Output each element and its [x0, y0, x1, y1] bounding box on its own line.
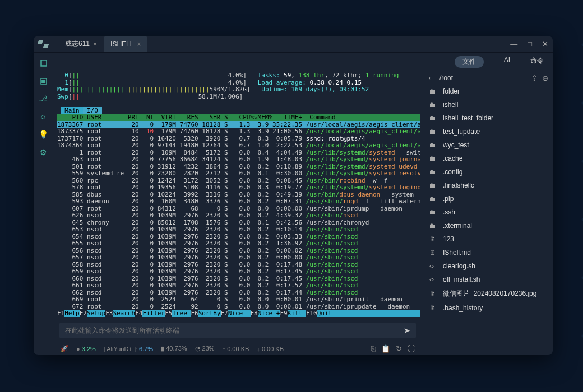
expand-icon[interactable]: ⛶: [408, 344, 415, 353]
top-nav: 文件 AI 命令: [53, 53, 553, 71]
window-controls: — □ ✕: [510, 40, 548, 48]
file-list: 🖿folder🖿ishell🖿ishell_test_folder🖿test_f…: [423, 85, 553, 355]
status-down: ↓ 0.00 KB: [257, 346, 284, 352]
status-cpu: ● 3.2%: [76, 346, 96, 352]
file-row[interactable]: 🖿wyc_test: [423, 138, 553, 152]
file-row[interactable]: 🗎IShell.md: [423, 246, 553, 259]
bulb-icon[interactable]: 💡: [39, 130, 48, 139]
file-row[interactable]: ‹›clearlog.sh: [423, 259, 553, 273]
copy-icon[interactable]: ⎘: [371, 344, 376, 353]
file-name: .config: [443, 168, 462, 176]
send-icon[interactable]: ➤: [404, 326, 410, 335]
back-icon[interactable]: ←: [427, 73, 435, 82]
file-name: test_fupdate: [443, 128, 480, 136]
file-name: clearlog.sh: [443, 262, 475, 270]
file-name: ishell_test_folder: [443, 114, 493, 122]
status-up: ↑ 0.00 KB: [223, 346, 249, 352]
command-input[interactable]: [65, 326, 404, 334]
file-row[interactable]: 🖿.config: [423, 165, 553, 179]
file-row[interactable]: 🖿folder: [423, 85, 553, 98]
upload-icon[interactable]: ⇪: [531, 74, 538, 82]
terminal-icon[interactable]: ▣: [39, 76, 48, 85]
file-row[interactable]: 🖿ishell_test_folder: [423, 111, 553, 125]
nav-file[interactable]: 文件: [455, 56, 484, 68]
file-row[interactable]: 🖿test_fupdate: [423, 125, 553, 138]
folder-icon: 🖿: [429, 128, 437, 136]
refresh-icon[interactable]: ↻: [396, 344, 402, 353]
file-row[interactable]: 🖿.cache: [423, 152, 553, 165]
add-icon[interactable]: ⊕: [542, 74, 548, 82]
left-sidebar: ▦▣⎇‹›💡⚙: [34, 53, 53, 355]
file-icon: 🗎: [429, 290, 437, 298]
status-bar: 🚀 ● 3.2% [ AliYunD+ ]: 6.7% ▮ 40.73% ◔ 2…: [55, 342, 420, 355]
titlebar: 成志611×ISHELL× — □ ✕: [34, 36, 553, 53]
terminal-output[interactable]: 0[|| 4.0%] Tasks: 59, 138 thr, 72 kthr; …: [55, 71, 420, 319]
file-row[interactable]: 🖿.pip: [423, 192, 553, 206]
folder-icon: 🖿: [429, 155, 437, 162]
file-row[interactable]: 🗎.bash_history: [423, 301, 553, 315]
file-icon: 🗎: [429, 235, 437, 243]
nav-cmd[interactable]: 命令: [530, 56, 544, 68]
file-name: folder: [443, 87, 460, 95]
file-name: wyc_test: [443, 141, 469, 149]
code-icon: ‹›: [429, 262, 437, 270]
file-name: .pip: [443, 195, 454, 203]
file-panel: ← /root ⇪ ⊕ 🖿folder🖿ishell🖿ishell_test_f…: [423, 71, 553, 355]
tab-strip: 成志611×ISHELL×: [58, 36, 147, 52]
app-window: 成志611×ISHELL× — □ ✕ ▦▣⎇‹›💡⚙ 文件 AI 命令 0[|…: [34, 36, 553, 355]
file-name: 微信图片_20240820170236.jpg: [443, 289, 536, 298]
folder-icon: 🖿: [429, 101, 437, 109]
file-name: 123: [443, 235, 454, 243]
tab-close-icon[interactable]: ×: [93, 40, 97, 48]
code-icon[interactable]: ‹›: [39, 112, 48, 121]
folder-icon: 🖿: [429, 222, 437, 230]
status-mem: ▮ 40.73%: [161, 345, 187, 352]
tab-ISHELL[interactable]: ISHELL×: [104, 36, 147, 52]
nav-ai[interactable]: AI: [504, 56, 510, 68]
folder-icon: 🖿: [429, 181, 437, 189]
command-input-bar: ➤: [59, 323, 416, 338]
folder-icon: 🖿: [429, 208, 437, 216]
folder-icon: 🖿: [429, 195, 437, 203]
paste-icon[interactable]: 📋: [381, 344, 390, 353]
file-name: .cache: [443, 155, 462, 162]
file-row[interactable]: 🖿ishell: [423, 98, 553, 111]
status-host: [ AliYunD+ ]: 6.7%: [104, 346, 153, 352]
file-name: .xterminal: [443, 222, 472, 230]
current-path: /root: [439, 74, 527, 82]
branch-icon[interactable]: ⎇: [39, 94, 48, 103]
layout-icon[interactable]: ▦: [39, 58, 48, 67]
tab-close-icon[interactable]: ×: [137, 40, 141, 48]
rocket-icon: 🚀: [61, 345, 68, 352]
app-logo-icon: [38, 40, 52, 48]
file-name: .ssh: [443, 208, 455, 216]
close-icon[interactable]: ✕: [542, 40, 548, 48]
folder-icon: 🖿: [429, 168, 437, 176]
file-row[interactable]: 🗎微信图片_20240820170236.jpg: [423, 286, 553, 301]
folder-icon: 🖿: [429, 141, 437, 149]
file-row[interactable]: 🖿.xterminal: [423, 219, 553, 232]
file-name: .bash_history: [443, 304, 483, 312]
file-name: IShell.md: [443, 249, 471, 256]
minimize-icon[interactable]: —: [510, 40, 517, 48]
maximize-icon[interactable]: □: [528, 40, 532, 48]
folder-icon: 🖿: [429, 114, 437, 122]
file-row[interactable]: ‹›off_install.sh: [423, 273, 553, 286]
code-icon: ‹›: [429, 276, 437, 283]
status-disk: ◔ 23%: [195, 345, 215, 352]
tab-成志611[interactable]: 成志611×: [58, 36, 104, 52]
file-icon: 🗎: [429, 249, 437, 256]
file-row[interactable]: 🖿.finalshellc: [423, 179, 553, 192]
file-name: off_install.sh: [443, 276, 480, 283]
file-name: ishell: [443, 101, 458, 109]
gear-icon[interactable]: ⚙: [39, 148, 48, 157]
file-row[interactable]: 🗎123: [423, 232, 553, 246]
folder-icon: 🖿: [429, 87, 437, 95]
tab-label: 成志611: [65, 39, 90, 49]
file-name: .finalshellc: [443, 181, 474, 189]
file-row[interactable]: 🖿.ssh: [423, 206, 553, 219]
file-icon: 🗎: [429, 304, 437, 312]
tab-label: ISHELL: [110, 40, 133, 48]
